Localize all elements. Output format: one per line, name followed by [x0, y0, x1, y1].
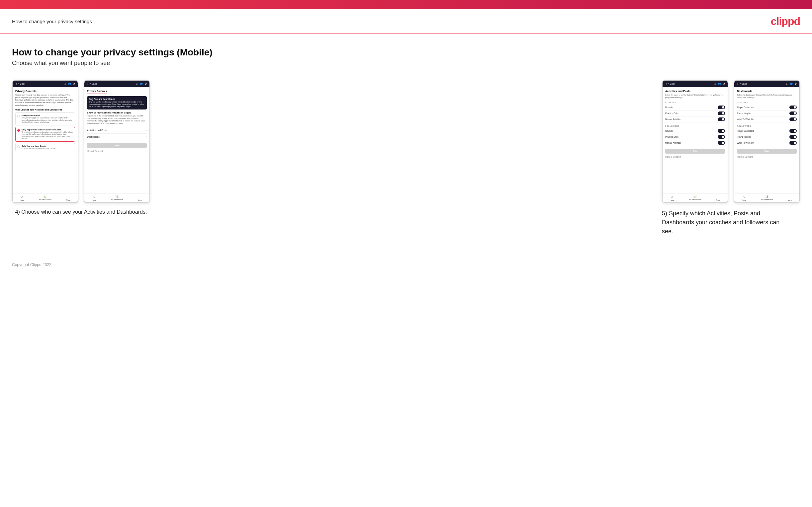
- search-icon-4[interactable]: ⌕: [786, 82, 788, 85]
- screen2-back[interactable]: ❮ < Back: [87, 82, 97, 85]
- screen4-bottom-nav: ⌂ Home 📊 My Performance ☰ Menu: [734, 193, 799, 203]
- menu-activities-label: Activities and Posts: [87, 129, 107, 131]
- nav-home-2[interactable]: ⌂ Home: [92, 195, 96, 201]
- settings-icon-2[interactable]: ⚙: [145, 82, 147, 85]
- nav-menu-1[interactable]: ☰ Menu: [66, 195, 70, 201]
- nav-performance-2[interactable]: 📊 My Performance: [111, 195, 123, 201]
- phones-pair-left: ❮ < Back ⌕ 👥 ⚙ Privacy Controls Control …: [12, 80, 150, 203]
- screen3-title: Activities and Posts: [665, 90, 725, 93]
- people-icon-2[interactable]: 👥: [140, 82, 143, 85]
- toggle-dash-coaches-ww[interactable]: What To Work On: [737, 116, 797, 122]
- screen3-back[interactable]: ❮ < Back: [665, 82, 675, 85]
- radio-label-1: Everyone on Clippd: [21, 114, 73, 116]
- radio-label-3: Only You and Your Coach: [21, 145, 55, 147]
- radio-content-2: Only Approved Followers and Your Coach O…: [21, 129, 73, 140]
- menu-icon-2: ☰: [139, 195, 142, 199]
- screen3-nav: ❮ < Back ⌕ 👥 ⚙: [663, 80, 728, 87]
- nav-performance-1[interactable]: 📊 My Performance: [39, 195, 51, 201]
- nav-menu-3[interactable]: ☰ Menu: [716, 195, 720, 201]
- toggle-dash-followers-ri[interactable]: Round Insights: [737, 134, 797, 140]
- nav-home-label-2: Home: [92, 199, 96, 201]
- toggle-coaches-manual-switch[interactable]: [718, 117, 725, 121]
- screen1-nav: ❮ < Back ⌕ 👥 ⚙: [13, 80, 78, 87]
- tooltip-title: Only You and Your Coach: [89, 98, 145, 100]
- search-icon-3[interactable]: ⌕: [714, 82, 716, 85]
- radio-only-you[interactable]: Only You and Your Coach Only you and the…: [15, 143, 75, 152]
- screen2-phone: ❮ < Back ⌕ 👥 ⚙ Privacy Controls: [84, 80, 150, 203]
- toggle-dash-coaches-pd-switch[interactable]: [790, 106, 797, 109]
- nav-home-3[interactable]: ⌂ Home: [670, 195, 674, 201]
- nav-home-label-3: Home: [670, 199, 674, 201]
- screen4-nav-icons: ⌕ 👥 ⚙: [786, 82, 797, 85]
- save-btn-4[interactable]: Save: [737, 149, 797, 154]
- toggle-followers-manual[interactable]: Manual Activities: [665, 140, 725, 146]
- toggle-dash-followers-ri-label: Round Insights: [737, 136, 751, 138]
- settings-icon-4[interactable]: ⚙: [795, 82, 797, 85]
- toggle-dash-followers-ww-label: What To Work On: [737, 142, 754, 144]
- save-btn-2[interactable]: Save: [87, 143, 147, 148]
- toggle-followers-manual-switch[interactable]: [718, 141, 725, 145]
- toggle-dash-coaches-ri-label: Round Insights: [737, 112, 751, 114]
- toggle-dash-followers-ww[interactable]: What To Work On: [737, 140, 797, 146]
- main-content: How to change your privacy settings (Mob…: [0, 34, 812, 256]
- toggle-coaches-rounds[interactable]: Rounds: [665, 105, 725, 111]
- nav-home-4[interactable]: ⌂ Home: [742, 195, 746, 201]
- people-icon[interactable]: 👥: [68, 82, 71, 85]
- screen4-back[interactable]: ❮ < Back: [737, 82, 747, 85]
- screen4-desc: Select the dashboards that you'd like to…: [737, 94, 797, 99]
- people-icon-3[interactable]: 👥: [718, 82, 721, 85]
- toggle-coaches-drills-switch[interactable]: [718, 111, 725, 115]
- nav-menu-2[interactable]: ☰ Menu: [138, 195, 142, 201]
- toggle-dash-followers-ww-switch[interactable]: [790, 141, 797, 145]
- chevron-left-icon: ❮: [15, 82, 17, 85]
- toggle-followers-rounds-label: Rounds: [665, 130, 672, 132]
- menu-dashboards[interactable]: Dashboards ›: [87, 134, 147, 140]
- toggle-dash-coaches-ri-switch[interactable]: [790, 111, 797, 115]
- toggle-dash-coaches-pd[interactable]: Player Dashboard: [737, 105, 797, 111]
- nav-performance-4[interactable]: 📊 My Performance: [761, 195, 773, 201]
- screen3-bottom-nav: ⌂ Home 📊 My Performance ☰ Menu: [663, 193, 728, 203]
- menu-activities[interactable]: Activities and Posts ›: [87, 127, 147, 134]
- radio-desc-2: Only approved followers and coaches you …: [21, 131, 73, 140]
- toggle-followers-rounds[interactable]: Rounds: [665, 128, 725, 134]
- logo: clippd: [771, 15, 800, 27]
- page-title: How to change your privacy settings (Mob…: [12, 47, 800, 58]
- screen1-back[interactable]: ❮ < Back: [15, 82, 25, 85]
- toggle-dash-followers-pd-switch[interactable]: [790, 129, 797, 133]
- save-btn-3[interactable]: Save: [665, 149, 725, 154]
- settings-icon[interactable]: ⚙: [73, 82, 75, 85]
- nav-menu-label-2: Menu: [138, 199, 142, 201]
- step5-caption: 5) Specify which Activities, Posts and D…: [662, 209, 781, 236]
- nav-home-label-1: Home: [20, 199, 24, 201]
- toggle-coaches-drills[interactable]: Practice Drills: [665, 111, 725, 116]
- toggle-followers-drills-switch[interactable]: [718, 135, 725, 139]
- settings-icon-3[interactable]: ⚙: [723, 82, 725, 85]
- radio-everyone[interactable]: Everyone on Clippd Everyone on Clippd ca…: [15, 112, 75, 125]
- home-icon-3: ⌂: [671, 195, 673, 199]
- toggle-dash-followers-ri-switch[interactable]: [790, 135, 797, 139]
- search-icon-2[interactable]: ⌕: [136, 82, 138, 85]
- top-bar: [0, 0, 812, 9]
- radio-approved[interactable]: Only Approved Followers and Your Coach O…: [15, 127, 75, 142]
- radio-circle-1: [17, 115, 20, 117]
- search-icon[interactable]: ⌕: [64, 82, 66, 85]
- screen3-desc: Select the types of activity that you'd …: [665, 94, 725, 99]
- toggle-dash-coaches-ri[interactable]: Round Insights: [737, 111, 797, 116]
- screen3-followers-label: FOLLOWERS: [665, 125, 725, 127]
- step4-caption: 4) Choose who can see your Activities an…: [12, 209, 150, 215]
- toggle-coaches-rounds-switch[interactable]: [718, 106, 725, 109]
- toggle-dash-followers-pd[interactable]: Player Dashboard: [737, 128, 797, 134]
- toggle-followers-drills[interactable]: Practice Drills: [665, 134, 725, 140]
- toggle-followers-rounds-switch[interactable]: [718, 129, 725, 133]
- group-right: ❮ < Back ⌕ 👥 ⚙ Activities and Posts Sele…: [662, 80, 800, 236]
- nav-menu-4[interactable]: ☰ Menu: [788, 195, 792, 201]
- screen2-sub-title: Show or hide specific features in Clippd: [87, 111, 147, 114]
- nav-menu-label-4: Menu: [788, 199, 792, 201]
- toggle-dash-coaches-ww-switch[interactable]: [790, 117, 797, 121]
- nav-home-1[interactable]: ⌂ Home: [20, 195, 24, 201]
- screen4-phone: ❮ < Back ⌕ 👥 ⚙ Dashboards Select the das…: [733, 80, 800, 203]
- home-icon-2: ⌂: [93, 195, 95, 199]
- toggle-coaches-manual[interactable]: Manual Activities: [665, 116, 725, 122]
- people-icon-4[interactable]: 👥: [790, 82, 793, 85]
- nav-performance-3[interactable]: 📊 My Performance: [689, 195, 701, 201]
